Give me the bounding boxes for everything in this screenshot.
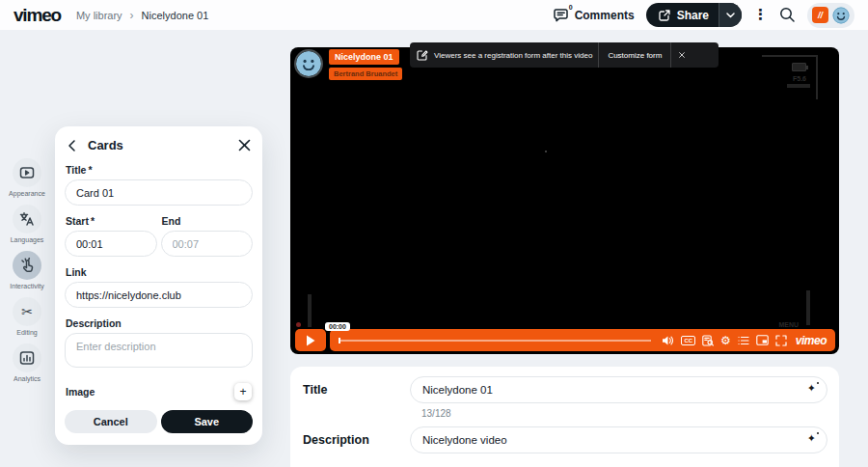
- camera-frame-corner: F5.6: [762, 55, 818, 99]
- card-image-label: Image: [66, 386, 95, 398]
- card-end-input[interactable]: [161, 231, 254, 257]
- seek-bar[interactable]: [339, 340, 651, 342]
- video-description-input[interactable]: [410, 426, 827, 453]
- customize-form-button[interactable]: Customize form: [605, 51, 665, 60]
- sidebar-item-analytics[interactable]: Analytics: [13, 343, 41, 382]
- sidebar-label: Appearance: [9, 190, 45, 197]
- sidebar-label: Analytics: [14, 375, 41, 382]
- control-bar: CC ⚙ vimeo: [330, 329, 835, 351]
- save-button[interactable]: Save: [161, 410, 254, 433]
- share-link-icon: [658, 9, 671, 22]
- share-button[interactable]: Share: [646, 3, 719, 27]
- chapters-list-icon[interactable]: [738, 336, 749, 345]
- required-asterisk: *: [88, 164, 92, 176]
- details-description-label: Description: [303, 433, 410, 447]
- camera-ui-bar: [308, 294, 312, 327]
- tap-interactivity-icon: [19, 258, 35, 273]
- tools-sidebar: Appearance Languages Interactivity ✂ Edi…: [0, 158, 54, 382]
- camera-readout: [787, 84, 810, 88]
- battery-icon: [792, 63, 806, 71]
- search-icon[interactable]: [779, 7, 796, 23]
- focus-dot: [545, 151, 547, 152]
- card-title-label: Title*: [66, 164, 253, 176]
- fullscreen-icon[interactable]: [775, 335, 787, 346]
- description-row: Description ✦: [303, 426, 827, 453]
- title-row: Title ✦: [303, 376, 827, 403]
- comments-label: Comments: [575, 9, 635, 22]
- card-end-label: End: [162, 215, 254, 227]
- ai-sparkle-icon[interactable]: ✦: [807, 433, 816, 444]
- sidebar-label: Languages: [11, 236, 44, 243]
- ai-sparkle-icon[interactable]: ✦: [807, 383, 816, 394]
- overlay-title-chip: Nicelydone 01: [329, 49, 399, 65]
- webcam-avatar: [294, 49, 323, 78]
- aperture-readout: F5.6: [793, 75, 806, 82]
- card-description-label: Description: [66, 317, 253, 329]
- sidebar-label: Editing: [16, 329, 37, 336]
- more-options-button[interactable]: ⋮: [753, 8, 768, 22]
- cards-panel: Cards Title* Start* End Link Description…: [55, 126, 262, 445]
- translate-icon: [19, 211, 35, 227]
- scissors-icon: ✂: [13, 297, 41, 326]
- comment-bubble-icon: 0: [554, 8, 569, 22]
- vimeo-logo[interactable]: vimeo: [14, 5, 61, 26]
- breadcrumb: My library › Nicelydone 01: [76, 10, 208, 21]
- video-player[interactable]: Nicelydone 01 Bertrand Bruandet Viewers …: [290, 47, 839, 354]
- video-overlay-chips: Nicelydone 01 Bertrand Bruandet: [329, 49, 402, 80]
- user-avatar[interactable]: [832, 7, 850, 24]
- sidebar-item-interactivity[interactable]: Interactivity: [10, 251, 43, 289]
- breadcrumb-current-video: Nicelydone 01: [142, 10, 209, 21]
- description-input-wrap: ✦: [410, 426, 827, 453]
- cards-panel-title: Cards: [88, 138, 123, 152]
- player-controls: CC ⚙ vimeo: [295, 329, 835, 351]
- back-chevron-icon[interactable]: [67, 140, 78, 151]
- add-image-button[interactable]: +: [234, 383, 252, 400]
- sidebar-item-appearance[interactable]: Appearance: [9, 158, 45, 197]
- share-dropdown-button[interactable]: [719, 3, 742, 27]
- captions-button[interactable]: CC: [681, 336, 695, 345]
- extension-icon[interactable]: //: [812, 7, 828, 23]
- seek-time-tooltip: 00:00: [325, 322, 350, 331]
- topbar-actions: 0 Comments Share ⋮ //: [554, 3, 854, 28]
- close-icon[interactable]: [238, 139, 251, 151]
- time-inputs-row: [65, 231, 253, 257]
- player-appearance-icon: [19, 165, 35, 180]
- transcript-search-icon[interactable]: [702, 335, 714, 346]
- sidebar-item-languages[interactable]: Languages: [11, 205, 44, 243]
- cards-panel-buttons: Cancel Save: [65, 410, 253, 433]
- cancel-button[interactable]: Cancel: [65, 410, 157, 433]
- breadcrumb-my-library[interactable]: My library: [76, 10, 122, 21]
- chevron-down-icon: [726, 13, 735, 18]
- form-edit-icon: [417, 49, 428, 61]
- account-extension-pill: //: [807, 3, 854, 28]
- picture-in-picture-icon[interactable]: [756, 335, 769, 345]
- card-start-input[interactable]: [65, 231, 157, 257]
- required-asterisk: *: [91, 215, 95, 227]
- card-description-input[interactable]: [65, 333, 253, 368]
- banner-message: Viewers see a registration form after th…: [434, 51, 592, 60]
- sidebar-item-editing[interactable]: ✂ Editing: [13, 297, 41, 336]
- divider: [598, 42, 599, 68]
- play-button[interactable]: [295, 329, 326, 351]
- camera-menu-text: MENU: [778, 321, 799, 328]
- comments-count-badge: 0: [569, 4, 573, 11]
- title-char-counter: 13/128: [421, 408, 827, 419]
- settings-gear-icon[interactable]: ⚙: [720, 335, 731, 346]
- share-button-group: Share: [646, 3, 742, 27]
- card-start-label: Start*: [66, 215, 157, 227]
- play-icon: [306, 335, 315, 346]
- bar-chart-icon: [19, 350, 35, 366]
- control-icons: CC ⚙ vimeo: [662, 334, 827, 347]
- overlay-author-chip: Bertrand Bruandet: [329, 68, 402, 80]
- sidebar-label: Interactivity: [10, 283, 43, 289]
- volume-icon[interactable]: [662, 335, 674, 346]
- video-title-input[interactable]: [410, 376, 827, 403]
- card-link-label: Link: [66, 266, 253, 278]
- title-input-wrap: ✦: [410, 376, 827, 403]
- card-link-input[interactable]: [65, 282, 253, 308]
- comments-button[interactable]: 0 Comments: [554, 8, 635, 22]
- banner-close-icon[interactable]: [677, 50, 687, 60]
- video-details-card: Title ✦ 13/128 Description ✦: [290, 367, 839, 467]
- card-image-row: Image +: [65, 383, 253, 400]
- card-title-input[interactable]: [65, 179, 253, 206]
